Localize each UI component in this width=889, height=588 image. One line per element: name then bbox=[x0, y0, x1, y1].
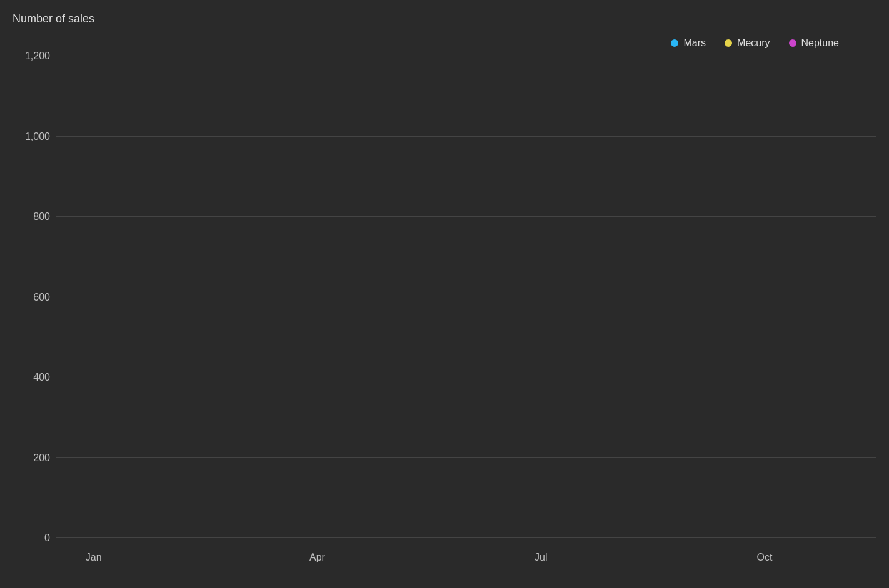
legend-label: Mecury bbox=[737, 37, 770, 49]
y-axis-label: 600 bbox=[33, 292, 50, 303]
y-axis-label: 0 bbox=[44, 532, 50, 544]
legend-label: Mars bbox=[683, 37, 706, 49]
legend-label: Neptune bbox=[801, 37, 840, 49]
bars-area bbox=[56, 56, 876, 538]
y-axis-label: 800 bbox=[33, 211, 50, 222]
legend-item: Mars bbox=[671, 37, 706, 49]
y-axis-title: Number of sales bbox=[13, 12, 94, 26]
y-axis-label: 400 bbox=[33, 372, 50, 383]
x-axis-label: Apr bbox=[280, 552, 354, 563]
x-axis-label: Oct bbox=[727, 552, 801, 563]
chart-area: 1,2001,0008006004002000 JanAprJulOct bbox=[56, 56, 876, 538]
x-axis-label: Jan bbox=[56, 552, 131, 563]
legend-color-dot bbox=[671, 39, 678, 47]
legend-color-dot bbox=[725, 39, 732, 47]
x-axis-label bbox=[578, 552, 653, 563]
x-axis-label bbox=[802, 552, 876, 563]
y-axis-label: 1,200 bbox=[25, 51, 50, 62]
x-axis-label bbox=[206, 552, 280, 563]
chart-container: Number of sales MarsMecuryNeptune 1,2001… bbox=[0, 0, 889, 588]
x-axis-label bbox=[429, 552, 503, 563]
x-axis-label: Jul bbox=[504, 552, 578, 563]
x-axis-label bbox=[653, 552, 727, 563]
x-labels: JanAprJulOct bbox=[56, 552, 876, 563]
legend-item: Mecury bbox=[725, 37, 770, 49]
legend-item: Neptune bbox=[789, 37, 840, 49]
x-axis-label bbox=[131, 552, 205, 563]
legend: MarsMecuryNeptune bbox=[671, 37, 839, 49]
y-axis-label: 200 bbox=[33, 452, 50, 464]
y-axis-label: 1,000 bbox=[25, 131, 50, 142]
legend-color-dot bbox=[789, 39, 796, 47]
x-axis-label bbox=[354, 552, 429, 563]
